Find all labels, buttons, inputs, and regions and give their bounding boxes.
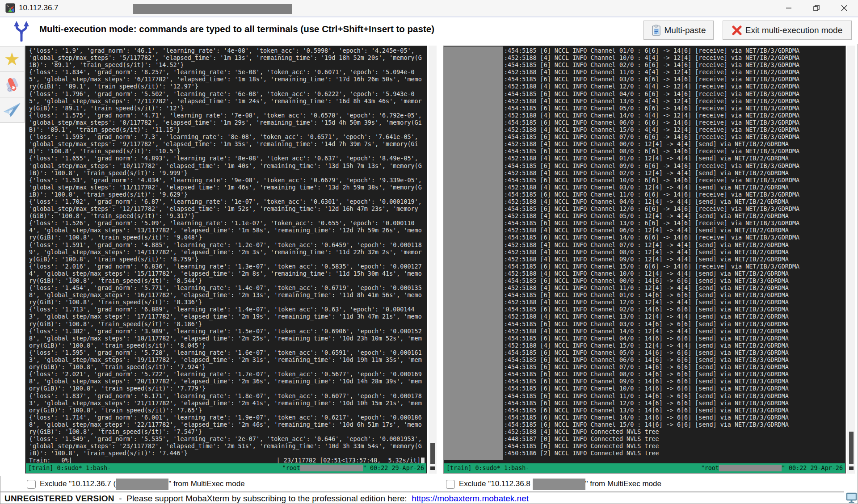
tmux-session-windows: [train] 0:sudo* 1:bash- bbox=[28, 463, 111, 473]
hostname-redaction-box bbox=[719, 465, 782, 471]
paper-plane-icon bbox=[3, 102, 21, 118]
nccl-log-text: :454:5185 [6] NCCL INFO Channel 01/0 : 6… bbox=[504, 47, 843, 457]
terminal-left-train[interactable]: {'loss': '1.9', 'grad_norm': '46.1', 'le… bbox=[25, 46, 427, 474]
scrollbar-right[interactable] bbox=[847, 46, 855, 474]
close-icon bbox=[841, 4, 848, 12]
multi-paste-button[interactable]: Multi-paste bbox=[644, 21, 714, 40]
sidebar-item-tools[interactable] bbox=[0, 72, 24, 97]
exclude-right-row: Exclude "10.112.36.8 " from MultiExec mo… bbox=[446, 478, 661, 491]
tmux-statusbar-left: [train] 0:sudo* 1:bash- "root" 00:22 29-… bbox=[26, 463, 426, 473]
close-button[interactable] bbox=[830, 0, 858, 16]
scrollbar-right-down-arrow[interactable] bbox=[849, 466, 854, 470]
training-log-text: {'loss': '1.9', 'grad_norm': '46.1', 'le… bbox=[29, 47, 425, 457]
exclude-right-label: Exclude "10.112.36.8 " from MultiExec mo… bbox=[459, 479, 661, 490]
unregistered-label: UNREGISTERED VERSION bbox=[4, 494, 114, 504]
scrollbar-left-thumb[interactable] bbox=[430, 443, 435, 464]
window-controls bbox=[775, 0, 858, 16]
scrollbar-left-down-arrow[interactable] bbox=[430, 466, 435, 470]
red-x-icon bbox=[732, 25, 742, 35]
terminal-right-output: :454:5185 [6] NCCL INFO Channel 01/0 : 6… bbox=[444, 46, 845, 463]
exclude-left-label: Exclude "10.112.36.7 (" from MultiExec m… bbox=[40, 479, 245, 490]
exclude-right-checkbox[interactable] bbox=[446, 480, 455, 489]
svg-text:>_: >_ bbox=[7, 4, 11, 8]
mobatek-link[interactable]: https://mobaxterm.mobatek.net bbox=[412, 494, 529, 504]
scrollbar-right-thumb[interactable] bbox=[849, 432, 854, 464]
sidebar-item-sessions[interactable]: ★ bbox=[0, 46, 24, 72]
train-progress-label: Train: 0%| bbox=[29, 457, 72, 463]
multiexec-message: Multi-execution mode: commands are typed… bbox=[39, 24, 434, 34]
terminal-right-redaction-box bbox=[444, 46, 503, 460]
multiexec-fork-icon bbox=[12, 20, 31, 42]
terminal-right-nccl[interactable]: :454:5185 [6] NCCL INFO Channel 01/0 : 6… bbox=[443, 46, 846, 474]
mobaxterm-app-icon: >_ bbox=[5, 3, 15, 13]
mobaxterm-window: { "window": { "title": "10.112.36.7" }, … bbox=[0, 0, 858, 504]
clipboard-icon bbox=[652, 25, 661, 36]
unregistered-banner: UNREGISTERED VERSION - Please support Mo… bbox=[4, 493, 529, 504]
exit-multiexec-button[interactable]: Exit multi-execution mode bbox=[723, 21, 852, 40]
minimize-icon bbox=[785, 4, 792, 12]
terminal-left-output: {'loss': '1.9', 'grad_norm': '46.1', 'le… bbox=[26, 46, 426, 463]
tmux-session-windows: [train] 0:sudo* 1:bash- bbox=[446, 463, 529, 473]
exit-multiexec-label: Exit multi-execution mode bbox=[745, 25, 843, 35]
title-redaction-box bbox=[133, 4, 292, 14]
exclude-left-redaction-box bbox=[116, 479, 168, 490]
support-message: - Please support MobaXterm by subscribin… bbox=[114, 494, 412, 504]
tmux-host-time: "root" 00:22 29-Apr-26 bbox=[282, 463, 424, 473]
restore-button[interactable] bbox=[803, 0, 830, 16]
scrollbar-left[interactable] bbox=[429, 46, 437, 474]
tmux-host-time: "root" 00:22 29-Apr-26 bbox=[701, 463, 843, 473]
train-progress-counter: | 23/117782 [02:51<173:57:48, 5.32s/it] bbox=[277, 457, 425, 463]
terminal-cursor bbox=[421, 458, 425, 463]
multiexec-toolbar: Multi-execution mode: commands are typed… bbox=[0, 17, 858, 44]
multi-paste-label: Multi-paste bbox=[665, 25, 706, 35]
left-sidebar: ★ bbox=[0, 44, 25, 476]
monitor-icon[interactable] bbox=[846, 492, 857, 504]
window-title: 10.112.36.7 bbox=[19, 4, 59, 13]
sidebar-button-stack: ★ bbox=[0, 46, 25, 123]
title-bar: >_ 10.112.36.7 bbox=[0, 0, 858, 17]
star-icon: ★ bbox=[4, 50, 20, 68]
exclude-left-row: Exclude "10.112.36.7 (" from MultiExec m… bbox=[27, 478, 245, 491]
train-progress-line: Train: 0%| | 23/117782 [02:51<173:57:48,… bbox=[29, 457, 425, 463]
exclude-right-redaction-box bbox=[533, 479, 585, 490]
restore-icon bbox=[813, 4, 820, 12]
swiss-knife-icon bbox=[3, 76, 21, 93]
footer-divider bbox=[0, 491, 844, 492]
exclude-left-checkbox[interactable] bbox=[27, 480, 36, 489]
sidebar-item-games[interactable] bbox=[0, 97, 24, 123]
tmux-statusbar-right: [train] 0:sudo* 1:bash- "root" 00:22 29-… bbox=[444, 463, 845, 473]
hostname-redaction-box bbox=[300, 465, 363, 471]
minimize-button[interactable] bbox=[775, 0, 803, 16]
